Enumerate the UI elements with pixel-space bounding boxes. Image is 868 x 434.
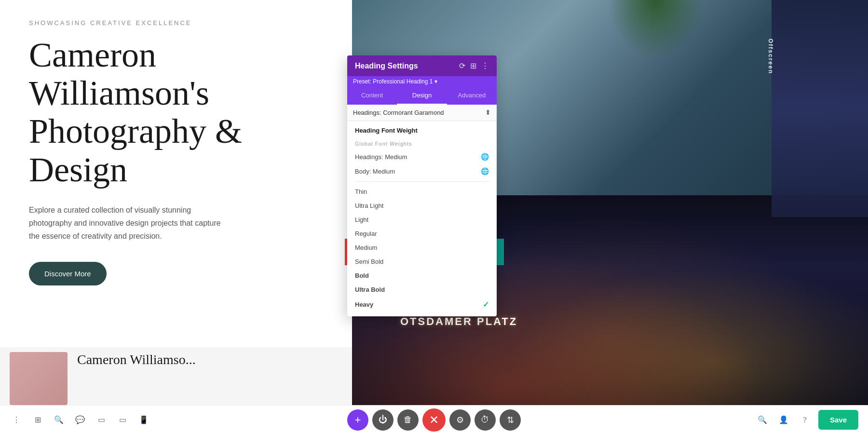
light-item[interactable]: Light [351, 213, 493, 227]
bold-item[interactable]: Bold [351, 269, 493, 283]
toolbar-add-button[interactable]: + [347, 409, 368, 431]
ultra-light-item[interactable]: Ultra Light [351, 199, 493, 213]
toolbar-power-button[interactable]: ⏻ [372, 409, 393, 431]
thin-label: Thin [355, 188, 367, 195]
toolbar-close-button[interactable]: ✕ [422, 408, 446, 432]
toolbar-right-section: 🔍 👤 ? Save [755, 410, 858, 430]
toolbar-grid-icon[interactable]: ⊞ [31, 413, 44, 427]
panel-preset-bar[interactable]: Preset: Professional Heading 1 ▾ [347, 76, 497, 87]
tab-content[interactable]: Content [347, 87, 397, 105]
offscreen-label: Offscreen [767, 39, 774, 74]
plant-decoration [608, 0, 704, 58]
toolbar-user-icon[interactable]: 👤 [776, 412, 791, 428]
regular-label: Regular [355, 230, 377, 237]
preview-title-text: Cameron Williamso... [77, 352, 196, 367]
toolbar-search-icon[interactable]: 🔍 [52, 413, 66, 427]
bold-label: Bold [355, 272, 369, 279]
heavy-label: Heavy [355, 301, 373, 308]
light-label: Light [355, 216, 368, 223]
medium-item[interactable]: Medium [351, 241, 493, 255]
toolbar-desktop-icon[interactable]: ▭ [95, 413, 108, 427]
divider-1 [355, 181, 489, 182]
font-selector-row[interactable]: Headings: Cormorant Garamond ⬍ [347, 105, 497, 121]
toolbar-mobile-icon[interactable]: 📱 [137, 413, 150, 427]
heading-settings-panel: Heading Settings ⟳ ⊞ ⋮ Preset: Professio… [347, 55, 497, 316]
panel-more-icon[interactable]: ⋮ [481, 61, 489, 70]
page-title: Cameron Williamson's Photography & Desig… [29, 36, 323, 189]
body-medium-item[interactable]: Body: Medium 🌐 [351, 164, 493, 178]
discover-more-button[interactable]: Discover More [29, 262, 107, 285]
regular-item[interactable]: Regular [351, 227, 493, 241]
headings-globe-icon: 🌐 [481, 153, 489, 161]
panel-title: Heading Settings [355, 62, 418, 70]
tab-design[interactable]: Design [397, 87, 447, 105]
preview-image [10, 352, 68, 405]
toolbar-transform-button[interactable]: ⇅ [500, 409, 521, 431]
tab-advanced[interactable]: Advanced [447, 87, 497, 105]
toolbar-delete-button[interactable]: 🗑 [397, 409, 419, 431]
toolbar-left-section: ⋮ ⊞ 🔍 💬 ▭ ▭ 📱 [10, 413, 150, 427]
city-sign: OTSDAMER PLATZ [400, 315, 517, 328]
font-weight-dropdown: Global Font Weights Headings: Medium 🌐 B… [347, 138, 497, 316]
semi-bold-label: Semi Bold [355, 258, 383, 265]
preset-label: Preset: Professional Heading 1 [353, 78, 433, 85]
panel-tabs: Content Design Advanced [347, 87, 497, 105]
toolbar-search-right-icon[interactable]: 🔍 [755, 412, 770, 428]
panel-header-icons: ⟳ ⊞ ⋮ [459, 61, 489, 70]
medium-label: Medium [355, 244, 377, 251]
toolbar-menu-icon[interactable]: ⋮ [10, 413, 23, 427]
toolbar-history-button[interactable]: ⏱ [475, 409, 496, 431]
page-description: Explore a curated collection of visually… [29, 203, 231, 243]
global-font-weights-label: Global Font Weights [351, 138, 493, 149]
headings-medium-label: Headings: Medium [355, 153, 407, 161]
left-content-area: SHOWCASING CREATIVE EXCELLENCE Cameron W… [0, 0, 352, 305]
save-button[interactable]: Save [818, 410, 858, 430]
thin-item[interactable]: Thin [351, 185, 493, 199]
toolbar-right-icons: 🔍 👤 ? [755, 412, 813, 428]
preset-arrow-icon: ▾ [434, 78, 437, 85]
font-selector-label: Headings: Cormorant Garamond [353, 109, 444, 116]
semi-bold-item[interactable]: Semi Bold [351, 255, 493, 269]
ultra-bold-label: Ultra Bold [355, 286, 385, 293]
toolbar-tablet-icon[interactable]: ▭ [116, 413, 129, 427]
font-selector-arrow-icon: ⬍ [485, 108, 491, 117]
panel-body: Headings: Cormorant Garamond ⬍ Heading F… [347, 105, 497, 316]
ultra-bold-item[interactable]: Ultra Bold [351, 283, 493, 297]
toolbar-help-icon[interactable]: ? [797, 412, 813, 428]
bottom-preview-strip: Cameron Williamso... [0, 347, 352, 405]
panel-header: Heading Settings ⟳ ⊞ ⋮ [347, 55, 497, 76]
toolbar-center-section: + ⏻ 🗑 ✕ ⚙ ⏱ ⇅ [347, 408, 521, 432]
building-overlay [772, 0, 868, 217]
headings-medium-item[interactable]: Headings: Medium 🌐 [351, 149, 493, 164]
page-subtitle: SHOWCASING CREATIVE EXCELLENCE [29, 19, 323, 27]
ultra-light-label: Ultra Light [355, 202, 383, 209]
body-medium-label: Body: Medium [355, 168, 395, 175]
toolbar-settings-button[interactable]: ⚙ [449, 409, 471, 431]
panel-layout-icon[interactable]: ⊞ [470, 61, 476, 70]
panel-reset-icon[interactable]: ⟳ [459, 61, 465, 70]
heavy-check-icon: ✓ [483, 300, 489, 309]
toolbar-comment-icon[interactable]: 💬 [73, 413, 87, 427]
bottom-toolbar: ⋮ ⊞ 🔍 💬 ▭ ▭ 📱 + ⏻ 🗑 ✕ ⚙ ⏱ ⇅ 🔍 👤 ? Save [0, 405, 868, 434]
font-weight-section-title: Heading Font Weight [347, 121, 497, 138]
heavy-item[interactable]: Heavy ✓ [351, 297, 493, 312]
body-globe-icon: 🌐 [481, 167, 489, 175]
